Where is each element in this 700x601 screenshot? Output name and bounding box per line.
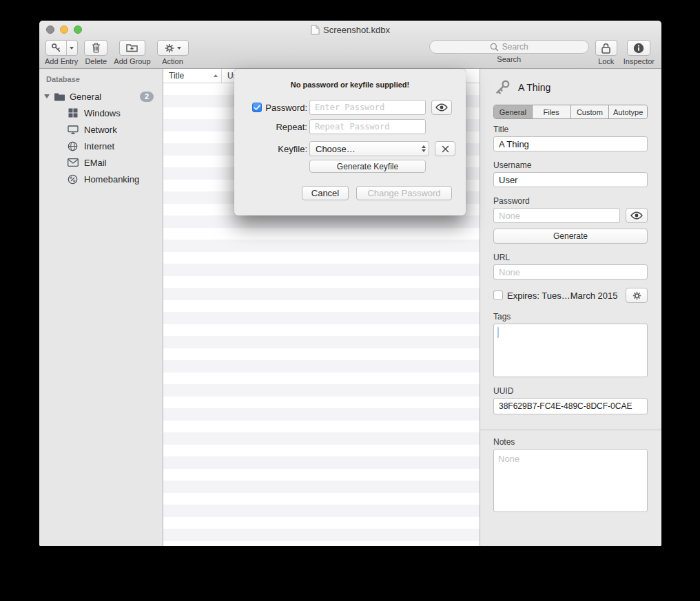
entry-count-badge: 2 xyxy=(140,92,154,102)
reveal-password-button[interactable] xyxy=(626,208,648,223)
sidebar-item-internet[interactable]: Internet xyxy=(39,138,163,154)
add-group-button[interactable] xyxy=(119,40,145,56)
dialog-form: Password: Enter Password Repeat: Repeat … xyxy=(234,100,466,200)
sidebar-item-windows[interactable]: Windows xyxy=(39,105,163,121)
username-field[interactable]: User xyxy=(493,172,648,187)
tab-autotype[interactable]: Autotype xyxy=(609,105,647,118)
inspector-tabs: General Files Custom Autotype xyxy=(493,105,648,119)
sidebar-group-general[interactable]: General 2 xyxy=(39,88,163,105)
app-window: Screenshot.kdbx Add Entry D xyxy=(39,21,661,546)
delete-label: Delete xyxy=(85,58,107,65)
inspector-panel: A Thing General Files Custom Autotype Ti… xyxy=(480,69,661,546)
minimize-button[interactable] xyxy=(60,25,68,34)
lock-button[interactable] xyxy=(595,40,617,56)
url-field-placeholder: None xyxy=(499,267,520,277)
tab-files[interactable]: Files xyxy=(533,105,571,118)
sidebar-item-label: Internet xyxy=(84,141,114,151)
lock-label: Lock xyxy=(598,58,614,65)
percent-icon xyxy=(67,174,79,184)
sidebar-item-label: Windows xyxy=(84,108,121,118)
expires-label: Expires: Tues…March 2015 xyxy=(507,291,617,301)
generate-password-button[interactable]: Generate xyxy=(493,229,648,244)
lock-item: Lock xyxy=(595,40,617,65)
sidebar-item-network[interactable]: Network xyxy=(39,121,163,138)
add-entry-label: Add Entry xyxy=(45,58,78,65)
eye-icon xyxy=(630,211,643,220)
title-field[interactable]: A Thing xyxy=(493,136,648,151)
notes-placeholder: None xyxy=(498,454,519,464)
repeat-label: Repeat: xyxy=(234,122,307,132)
password-field[interactable]: None xyxy=(493,208,620,223)
titlebar[interactable]: Screenshot.kdbx xyxy=(39,21,661,39)
column-header-title[interactable]: Title xyxy=(163,69,222,83)
add-group-item: Add Group xyxy=(114,40,150,65)
delete-button[interactable] xyxy=(84,40,107,56)
uuid-label: UUID xyxy=(493,386,648,396)
tag-pill[interactable] xyxy=(497,327,499,338)
tags-field[interactable] xyxy=(493,324,648,377)
window-title-group: Screenshot.kdbx xyxy=(311,25,390,35)
password-label-cell: Password: xyxy=(234,103,307,113)
chevron-down-icon[interactable] xyxy=(67,41,77,55)
repeat-password-input[interactable]: Repeat Password xyxy=(309,119,426,134)
generate-keyfile-row: Generate Keyfile xyxy=(234,160,466,173)
traffic-lights xyxy=(46,25,82,34)
action-label: Action xyxy=(162,58,183,65)
close-button[interactable] xyxy=(46,25,54,34)
change-password-button[interactable]: Change Password xyxy=(356,186,452,200)
sidebar-item-label: Network xyxy=(84,125,117,135)
repeat-password-placeholder: Repeat Password xyxy=(315,122,389,131)
add-entry-button[interactable] xyxy=(45,40,78,56)
username-field-label: Username xyxy=(493,160,648,170)
password-checkbox[interactable] xyxy=(252,103,262,112)
keyfile-popup-value: Choose… xyxy=(316,144,356,154)
search-item: Search Search xyxy=(429,40,589,63)
cancel-button-label: Cancel xyxy=(311,188,339,198)
column-title-label: Title xyxy=(169,71,184,81)
sidebar-section-header: Database xyxy=(39,75,163,83)
sidebar-item-homebanking[interactable]: Homebanking xyxy=(39,171,163,187)
cancel-button[interactable]: Cancel xyxy=(302,186,349,200)
entry-title: A Thing xyxy=(518,82,550,93)
inspector-item: Inspector xyxy=(624,40,655,65)
reveal-password-button[interactable] xyxy=(431,100,452,115)
lock-icon xyxy=(601,43,610,54)
window-chrome: Screenshot.kdbx Add Entry D xyxy=(39,21,661,69)
generate-keyfile-label: Generate Keyfile xyxy=(337,162,398,171)
password-row: Password: Enter Password xyxy=(234,100,466,115)
clear-keyfile-button[interactable] xyxy=(435,141,455,156)
keyfile-label: Keyfile: xyxy=(234,144,307,154)
info-circle-icon xyxy=(633,43,644,54)
gear-icon xyxy=(632,291,641,300)
action-item: Action xyxy=(157,40,189,65)
enter-password-input[interactable]: Enter Password xyxy=(309,100,426,115)
sidebar-item-email[interactable]: EMail xyxy=(39,154,163,171)
network-icon xyxy=(67,125,79,134)
add-group-label: Add Group xyxy=(114,58,150,65)
tags-label: Tags xyxy=(493,312,648,321)
expires-checkbox[interactable] xyxy=(493,291,503,300)
sidebar-item-label: EMail xyxy=(84,158,107,168)
keyfile-popup[interactable]: Choose… xyxy=(309,141,429,156)
notes-label: Notes xyxy=(493,437,648,447)
expires-row: Expires: Tues…March 2015 xyxy=(493,288,648,303)
window-title: Screenshot.kdbx xyxy=(323,25,390,35)
expires-settings-button[interactable] xyxy=(626,288,648,303)
tab-general[interactable]: General xyxy=(494,105,533,118)
title-field-label: Title xyxy=(493,125,648,134)
generate-keyfile-button[interactable]: Generate Keyfile xyxy=(309,160,426,173)
action-button[interactable] xyxy=(157,40,189,56)
uuid-field[interactable]: 38F629B7-FC4E-489C-8DCF-0CAE xyxy=(493,398,648,414)
add-entry-item: Add Entry xyxy=(45,40,78,65)
zoom-button[interactable] xyxy=(74,25,82,34)
password-dialog: No password or keyfile supplied! Passwor… xyxy=(234,69,466,215)
inspector-header: A Thing xyxy=(493,78,648,96)
inspector-button[interactable] xyxy=(627,40,650,56)
disclosure-triangle-icon[interactable] xyxy=(44,94,50,98)
inspector-label: Inspector xyxy=(624,58,655,65)
search-input[interactable]: Search xyxy=(429,40,589,54)
notes-field[interactable]: None xyxy=(493,449,648,512)
search-placeholder: Search xyxy=(502,42,528,52)
tab-custom[interactable]: Custom xyxy=(571,105,610,118)
url-field[interactable]: None xyxy=(493,264,648,280)
